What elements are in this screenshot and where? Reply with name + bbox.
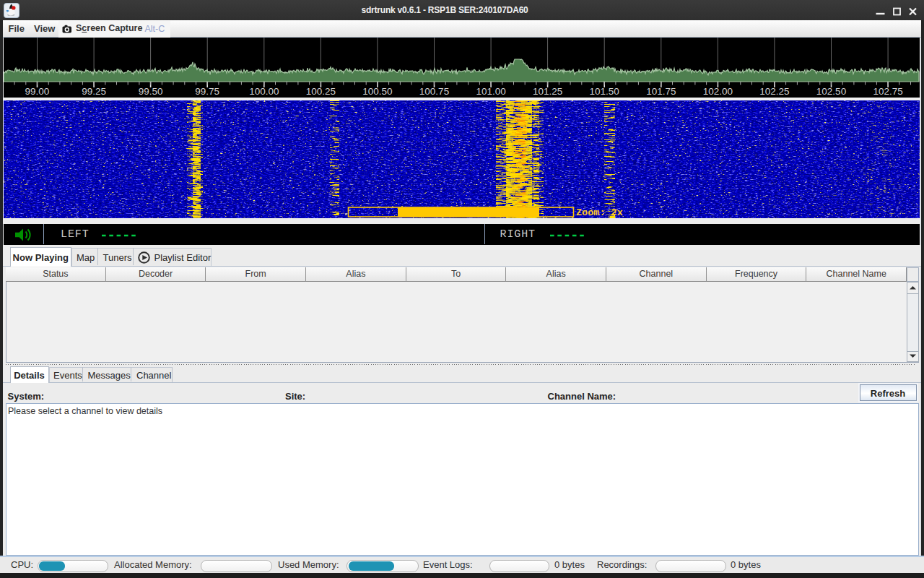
svg-text:102.50: 102.50: [816, 86, 846, 97]
svg-text:102.00: 102.00: [703, 86, 733, 97]
svg-text:99.50: 99.50: [139, 86, 163, 97]
svg-text:101.25: 101.25: [533, 86, 562, 97]
svg-text:100.75: 100.75: [419, 86, 449, 97]
svg-text:Zoom: 2x: Zoom: 2x: [576, 207, 623, 218]
svg-text:101.75: 101.75: [646, 86, 676, 97]
svg-text:100.00: 100.00: [249, 86, 279, 97]
svg-text:100.25: 100.25: [306, 86, 336, 97]
svg-text:100.50: 100.50: [362, 86, 392, 97]
svg-text:102.75: 102.75: [873, 86, 902, 97]
svg-text:101.50: 101.50: [590, 86, 619, 97]
svg-text:99.75: 99.75: [195, 86, 219, 97]
svg-text:99.00: 99.00: [25, 86, 50, 97]
svg-text:102.25: 102.25: [759, 86, 789, 97]
svg-text:99.25: 99.25: [82, 86, 106, 97]
svg-text:101.00: 101.00: [476, 86, 505, 97]
